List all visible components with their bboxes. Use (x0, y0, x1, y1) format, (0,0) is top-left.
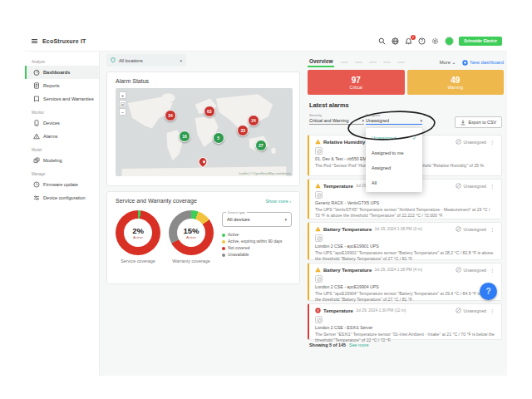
export-csv-button[interactable]: Export to CSV (455, 116, 502, 128)
critical-label: Critical (350, 85, 362, 90)
device-chip-icon (315, 234, 323, 242)
kebab-menu-icon[interactable]: ⋮ (489, 308, 495, 313)
download-icon (461, 120, 466, 126)
sidebar-section-monitor: Monitor (25, 106, 99, 116)
more-tabs-dropdown[interactable]: More ⌄ (440, 60, 456, 65)
help-icon[interactable]: ? (418, 37, 426, 46)
tab-ghost[interactable] (369, 62, 377, 63)
alarm-summary: 97 Critical 49 Warning (308, 70, 504, 95)
map-marker-normal[interactable]: 5 (213, 132, 224, 144)
plus-icon (462, 60, 468, 66)
alarm-device[interactable]: Generic RACK - VertivGTX5 UPS (315, 200, 495, 205)
alarm-device[interactable]: London 2 CSE - apcE19904 UPS (315, 284, 495, 289)
alarm-assignee: Unassigned (464, 308, 486, 313)
assignee-select[interactable]: Assignee Unassigned▾ (366, 113, 422, 125)
sidebar-item-modeling[interactable]: Modeling (25, 154, 99, 167)
see-more-link[interactable]: See more (349, 342, 368, 347)
service-coverage-caption: Service coverage (116, 259, 160, 264)
unassigned-user-icon (456, 183, 461, 189)
alarm-device[interactable]: London 2 CSE - apcE19901 UPS (315, 244, 495, 249)
globe-icon[interactable] (392, 37, 400, 46)
sidebar-item-firmware-update[interactable]: Firmware update (25, 178, 99, 191)
sidebar-item-device-configuration[interactable]: Device configuration (25, 191, 99, 204)
warning-summary-card[interactable]: 49 Warning (407, 70, 505, 95)
map-zoom-in-button[interactable]: + (119, 91, 126, 99)
alarm-title[interactable]: Temperature (323, 184, 353, 189)
sidebar-item-dashboards[interactable]: Dashboards (25, 66, 99, 79)
alarm-assignee: Unassigned (464, 268, 486, 273)
alarm-title[interactable]: Temperature (323, 308, 353, 313)
kebab-menu-icon[interactable]: ⋮ (489, 267, 495, 273)
legend-dot-active (222, 234, 225, 237)
sidebar-item-services-warranties[interactable]: Services and Warranties (25, 92, 99, 106)
map-marker-normal[interactable]: 27 (255, 140, 267, 151)
alarm-row[interactable]: ! Battery Temperature Jul 29, 2024 1:38 … (308, 263, 502, 301)
warranty-coverage-active-label: Active (186, 235, 196, 239)
assignee-label: Assignee (366, 113, 422, 117)
location-filter-select[interactable]: All locations ▾ (106, 54, 186, 66)
kebab-menu-icon[interactable]: ⋮ (489, 139, 495, 145)
alarm-title[interactable]: Battery Temperature (323, 227, 372, 232)
severity-label: Severity (309, 113, 364, 117)
menu-item-assigned-to-me[interactable]: Assigned to me (366, 145, 422, 160)
help-feedback-floating-button[interactable]: ? (480, 283, 497, 300)
tab-overview[interactable]: Overview (308, 58, 334, 67)
map-marker-critical[interactable]: 34 (165, 110, 176, 121)
alarm-device[interactable]: London 2 CSE - ESXi1 Server (315, 325, 495, 330)
warning-severity-icon: ! (315, 226, 321, 232)
app-logo: EcoStruxure IT (42, 38, 86, 44)
sidebar-item-reports[interactable]: Reports (25, 79, 99, 92)
menu-item-all[interactable]: All (366, 175, 422, 190)
tab-ghost[interactable] (341, 62, 348, 63)
alarm-status-card: Alarm Status (106, 71, 300, 186)
hamburger-menu-icon[interactable] (30, 37, 38, 46)
menu-item-unassigned[interactable]: Unassigned✓ (366, 130, 422, 145)
map-marker-critical[interactable]: 33 (237, 125, 249, 136)
alarm-time: Jul 29, 2024 1:30 PM (12 m) (356, 308, 406, 313)
show-more-link[interactable]: Show more › (265, 199, 291, 204)
tab-ghost[interactable] (397, 62, 405, 63)
world-map[interactable]: + ⊡ − 34 63 24 33 16 5 27 Leaflet | © Op… (116, 88, 293, 176)
alarm-title[interactable]: Battery Temperature (323, 268, 372, 273)
kebab-menu-icon[interactable]: ⋮ (489, 226, 495, 232)
sidebar-item-alarms[interactable]: Alarms (25, 130, 99, 143)
notifications-bell-icon[interactable]: 2 (405, 37, 413, 46)
severity-select[interactable]: Severity Critical and Warning▾ (309, 113, 364, 125)
service-coverage-percent: 2% (132, 226, 144, 235)
alarm-title[interactable]: Relative Humidity (323, 140, 365, 145)
map-reset-button[interactable]: ⊡ (119, 100, 126, 107)
legend-item: Active, expiring within 90 days (222, 239, 292, 244)
menu-item-assigned[interactable]: Assigned (366, 160, 422, 175)
notification-badge: 2 (411, 35, 416, 40)
new-dashboard-button[interactable]: New dashboard (462, 60, 504, 66)
alarm-assignee: Unassigned (464, 184, 486, 189)
user-avatar[interactable] (445, 37, 454, 46)
topbar: EcoStruxure IT 2 ? Schneider Electric (25, 32, 507, 52)
device-chip-icon (315, 191, 323, 199)
alarm-row[interactable]: ! Battery Temperature Jul 29, 2024 1:38 … (308, 222, 502, 260)
search-icon[interactable] (378, 37, 387, 46)
critical-summary-card[interactable]: 97 Critical (308, 70, 405, 95)
schneider-brand-button[interactable]: Schneider Electric (459, 37, 502, 47)
map-marker-normal[interactable]: 16 (179, 131, 190, 142)
coverage-legend: Active Active, expiring within 90 days N… (222, 233, 292, 257)
sidebar-item-devices[interactable]: Devices (25, 116, 99, 130)
map-marker-critical[interactable]: 24 (248, 115, 259, 126)
alarm-description: The UPS "apcE19904" Temperature sensor "… (315, 291, 495, 303)
sidebar-section-model: Model (25, 143, 99, 154)
unassigned-user-icon (456, 267, 461, 273)
settings-gear-icon[interactable] (431, 37, 440, 46)
map-marker-critical[interactable]: 63 (204, 106, 215, 117)
legend-item: Unavailable (222, 253, 292, 257)
tab-ghost[interactable] (383, 62, 391, 63)
kebab-menu-icon[interactable]: ⋮ (489, 183, 495, 189)
device-type-select[interactable]: Device type All devices ▾ (222, 212, 292, 227)
coverage-card: Service and Warranty coverage Show more … (106, 191, 300, 284)
critical-severity-icon (315, 308, 321, 313)
alarm-row[interactable]: Temperature Jul 29, 2024 1:30 PM (12 m) … (308, 303, 502, 340)
warranty-coverage-donut: 15% Active Warranty coverage (169, 210, 214, 264)
map-zoom-out-button[interactable]: − (119, 108, 126, 116)
tab-ghost[interactable] (355, 62, 362, 63)
device-type-label: Device type (226, 210, 247, 214)
critical-count: 97 (352, 76, 361, 85)
